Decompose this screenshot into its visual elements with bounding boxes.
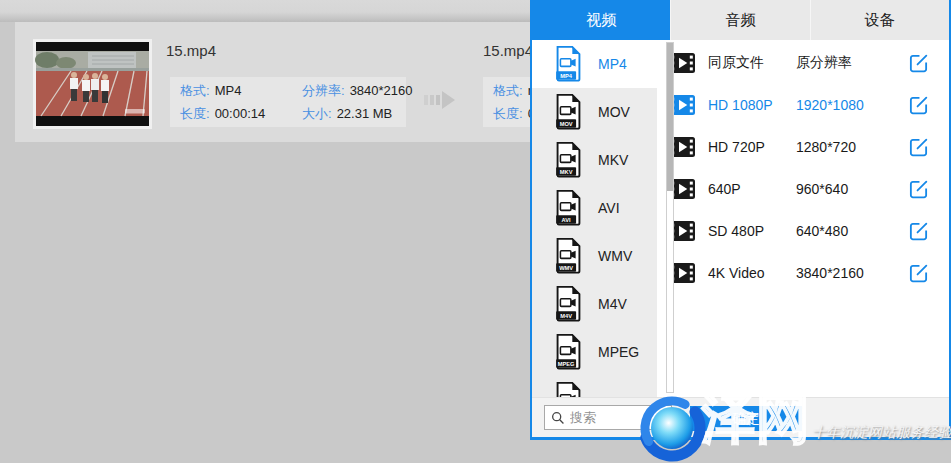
tab-video[interactable]: 视频: [532, 0, 670, 40]
edit-icon[interactable]: [908, 137, 929, 158]
info-label: 格式:: [180, 83, 210, 98]
quality-row-640p[interactable]: 640P 960*640: [657, 168, 949, 210]
info-label: 长度:: [493, 106, 523, 121]
quality-name: HD 1080P: [708, 97, 796, 113]
format-item-wmv[interactable]: WMV WMV: [532, 232, 657, 280]
quality-resolution: 1920*1080: [796, 97, 908, 113]
format-item-mp4[interactable]: MP4 MP4: [532, 40, 657, 88]
search-input[interactable]: [570, 410, 665, 425]
info-value: MP4: [215, 83, 242, 98]
video-file-icon: MOV: [554, 93, 583, 131]
quality-name: 640P: [708, 181, 796, 197]
svg-text:WMV: WMV: [559, 265, 573, 271]
format-list: MP4 MP4 MOV MOV MKV: [532, 40, 657, 397]
svg-text:MKV: MKV: [560, 169, 573, 175]
info-value: 22.31 MB: [337, 106, 393, 121]
search-box[interactable]: [544, 405, 672, 430]
quality-resolution: 原分辨率: [796, 54, 908, 72]
quality-row-hd-720p[interactable]: HD 720P 1280*720: [657, 126, 949, 168]
format-item-mkv[interactable]: MKV MKV: [532, 136, 657, 184]
format-item-7[interactable]: [532, 376, 657, 397]
format-label: M4V: [598, 296, 627, 312]
format-list-scrollbar[interactable]: [666, 42, 674, 393]
quality-resolution: 640*480: [796, 223, 908, 239]
edit-icon[interactable]: [908, 53, 929, 74]
format-item-avi[interactable]: AVI AVI: [532, 184, 657, 232]
info-label: 分辨率:: [302, 83, 345, 98]
video-thumbnail: [33, 39, 152, 129]
edit-icon[interactable]: [908, 95, 929, 116]
quality-name: 同原文件: [708, 54, 796, 72]
format-label: WMV: [598, 248, 632, 264]
video-file-icon: AVI: [554, 189, 583, 227]
scrollbar-thumb[interactable]: [667, 43, 673, 191]
panel-tabs: 视频 音频 设备: [532, 0, 949, 40]
svg-text:MOV: MOV: [560, 121, 573, 127]
video-file-icon: MKV: [554, 141, 583, 179]
format-label: AVI: [598, 200, 620, 216]
format-item-mov[interactable]: MOV MOV: [532, 88, 657, 136]
quality-resolution: 3840*2160: [796, 265, 908, 281]
svg-text:MPEG: MPEG: [558, 361, 575, 367]
format-label: MOV: [598, 104, 630, 120]
video-file-icon: WMV: [554, 237, 583, 275]
quality-name: SD 480P: [708, 223, 796, 239]
quality-resolution: 960*640: [796, 181, 908, 197]
confirm-button[interactable]: 确定: [690, 406, 802, 431]
svg-text:M4V: M4V: [560, 313, 572, 319]
source-file-title: 15.mp4: [166, 42, 216, 59]
panel-bottom-bar: 确定: [532, 397, 949, 437]
info-label: 大小:: [302, 106, 332, 121]
convert-arrow-icon: [424, 89, 460, 111]
format-label: MP4: [598, 56, 627, 72]
video-file-icon: MPEG: [554, 333, 583, 371]
quality-row-hd-1080p[interactable]: HD 1080P 1920*1080: [657, 84, 949, 126]
quality-name: HD 720P: [708, 139, 796, 155]
edit-icon[interactable]: [908, 179, 929, 200]
quality-row-4k-video[interactable]: 4K Video 3840*2160: [657, 252, 949, 294]
quality-list: 同原文件 原分辨率 HD 1080P 1920*1080: [657, 40, 949, 397]
quality-resolution: 1280*720: [796, 139, 908, 155]
edit-icon[interactable]: [908, 263, 929, 284]
search-icon: [551, 411, 565, 425]
info-label: 格式:: [493, 83, 523, 98]
info-label: 长度:: [180, 106, 210, 121]
format-item-m4v[interactable]: M4V M4V: [532, 280, 657, 328]
format-picker-panel: 视频 音频 设备 MP4 MP4 MO: [530, 0, 951, 440]
format-label: MPEG: [598, 344, 639, 360]
info-value: 00:00:14: [215, 106, 266, 121]
format-item-mpeg[interactable]: MPEG MPEG: [532, 328, 657, 376]
info-value: 3840*2160: [350, 83, 413, 98]
tab-audio[interactable]: 音频: [670, 0, 809, 40]
quality-row-同原文件[interactable]: 同原文件 原分辨率: [657, 42, 949, 84]
target-file-title: 15.mp4: [483, 42, 533, 59]
video-file-icon: M4V: [554, 285, 583, 323]
edit-icon[interactable]: [908, 221, 929, 242]
video-file-icon: MP4: [554, 45, 583, 83]
format-label: MKV: [598, 152, 628, 168]
svg-text:MP4: MP4: [560, 73, 573, 79]
quality-name: 4K Video: [708, 265, 796, 281]
video-file-icon: [554, 381, 583, 397]
quality-row-sd-480p[interactable]: SD 480P 640*480: [657, 210, 949, 252]
source-file-info: 格式:MP4 分辨率:3840*2160 长度:00:00:14 大小:22.3…: [170, 77, 406, 127]
svg-text:AVI: AVI: [562, 217, 571, 223]
tab-device[interactable]: 设备: [810, 0, 949, 40]
